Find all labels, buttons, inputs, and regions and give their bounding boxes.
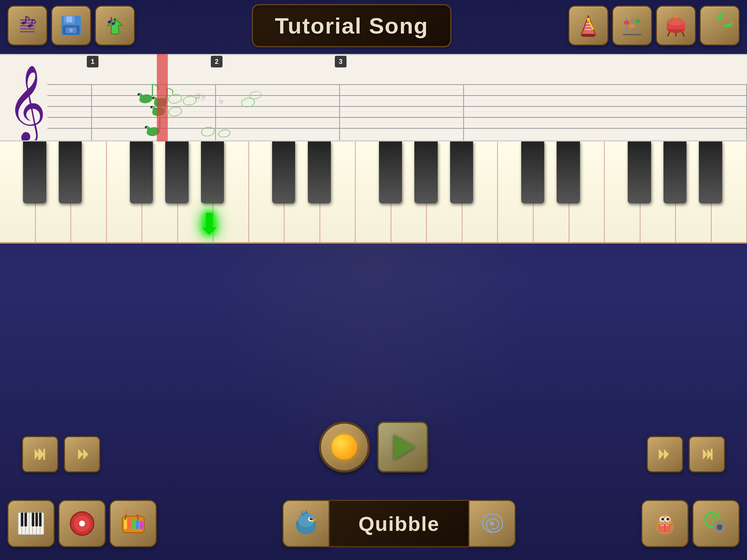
monsters-button[interactable] (641, 500, 689, 547)
black-key-15[interactable] (699, 141, 722, 203)
character-name: Quibble (359, 512, 440, 536)
svg-point-107 (135, 510, 139, 514)
character-name-box: Quibble (330, 500, 468, 547)
svg-marker-45 (716, 15, 723, 19)
play-icon (394, 434, 415, 460)
record-button[interactable] (319, 421, 370, 472)
svg-point-58 (168, 93, 182, 104)
black-key-6[interactable] (308, 141, 331, 203)
svg-point-131 (717, 524, 723, 530)
svg-rect-33 (635, 19, 640, 23)
play-button[interactable] (377, 421, 428, 472)
metronome-button[interactable] (568, 5, 608, 46)
svg-rect-31 (624, 21, 629, 24)
black-key-1[interactable] (59, 141, 82, 203)
svg-line-42 (667, 32, 670, 36)
svg-rect-32 (630, 24, 635, 28)
svg-point-56 (150, 106, 152, 108)
svg-point-39 (671, 14, 675, 18)
svg-point-119 (661, 518, 664, 521)
skip-end-button[interactable] (689, 436, 725, 472)
black-key-3[interactable] (130, 141, 153, 203)
record-mode-button[interactable] (58, 500, 106, 547)
transport-right (647, 436, 725, 472)
playhead (157, 54, 168, 141)
title-box: Tutorial Song (252, 4, 452, 47)
svg-marker-76 (83, 449, 88, 460)
svg-rect-91 (24, 513, 27, 526)
svg-point-60 (168, 106, 182, 117)
svg-rect-94 (39, 513, 42, 526)
character-panel: Quibble (282, 500, 516, 547)
measure-2: 2 (211, 56, 222, 67)
svg-point-113 (311, 518, 313, 519)
character-icon-button[interactable] (468, 500, 516, 547)
transport-left (22, 436, 100, 472)
svg-rect-93 (35, 513, 38, 526)
svg-point-37 (667, 18, 685, 26)
bottom-right: ? (641, 500, 740, 547)
svg-point-97 (79, 521, 85, 526)
svg-rect-101 (132, 520, 135, 529)
svg-rect-134 (713, 526, 716, 529)
black-key-10[interactable] (450, 141, 473, 203)
staff: #♭ ♭ (47, 70, 747, 139)
svg-point-105 (124, 510, 129, 514)
svg-rect-24 (582, 34, 595, 37)
piano[interactable] (0, 141, 747, 244)
measure-3: 3 (335, 56, 347, 67)
svg-point-69 (218, 129, 231, 138)
character-avatar-button[interactable] (282, 500, 330, 547)
undo-button[interactable] (700, 5, 740, 46)
svg-marker-77 (659, 449, 664, 460)
black-key-8[interactable] (379, 141, 402, 203)
black-key-5[interactable] (201, 141, 224, 203)
load-button[interactable] (95, 5, 135, 46)
black-key-9[interactable] (414, 141, 437, 203)
save-button[interactable] (51, 5, 91, 46)
svg-text:?: ? (710, 514, 716, 525)
measure-line-3 (463, 84, 464, 141)
rewind-start-button[interactable] (22, 436, 58, 472)
measure-line-start (91, 84, 92, 141)
tempo-button[interactable] (656, 5, 696, 46)
black-key-14[interactable] (663, 141, 686, 203)
black-key-5[interactable] (272, 141, 295, 203)
svg-line-43 (682, 32, 684, 36)
fast-forward-button[interactable] (647, 436, 683, 472)
black-key-13[interactable] (628, 141, 651, 203)
song-title: Tutorial Song (275, 13, 429, 39)
svg-rect-103 (140, 521, 143, 529)
svg-marker-79 (703, 449, 707, 460)
instruments-button[interactable] (109, 500, 157, 547)
svg-point-52 (152, 97, 154, 99)
black-key-0[interactable] (23, 141, 46, 203)
black-key-4[interactable] (165, 141, 188, 203)
bottom-toolbar: Quibble (0, 494, 747, 553)
piano-button[interactable] (7, 500, 55, 547)
svg-text:♭: ♭ (219, 95, 224, 106)
svg-marker-75 (78, 449, 83, 460)
svg-rect-12 (66, 16, 72, 22)
help-settings-button[interactable]: ? (692, 500, 740, 547)
mixer-button[interactable] (612, 5, 652, 46)
toolbar-left (7, 5, 135, 46)
svg-rect-90 (21, 513, 23, 526)
toolbar-right (568, 5, 740, 46)
svg-point-68 (201, 126, 215, 137)
svg-point-23 (587, 18, 590, 21)
svg-point-59 (182, 95, 197, 106)
black-key-11[interactable] (557, 141, 580, 203)
svg-rect-92 (32, 513, 34, 526)
svg-text:#♭: #♭ (195, 91, 206, 102)
black-key-10[interactable] (521, 141, 544, 203)
svg-point-120 (666, 518, 669, 521)
record-indicator (332, 434, 357, 460)
measure-1: 1 (87, 56, 98, 67)
svg-rect-100 (128, 519, 131, 529)
note-indicator-arrow: ⬇ (197, 207, 221, 241)
music-notes-button[interactable] (7, 5, 47, 46)
svg-point-66 (145, 126, 147, 128)
rewind-button[interactable] (64, 436, 100, 472)
svg-rect-133 (718, 530, 721, 533)
